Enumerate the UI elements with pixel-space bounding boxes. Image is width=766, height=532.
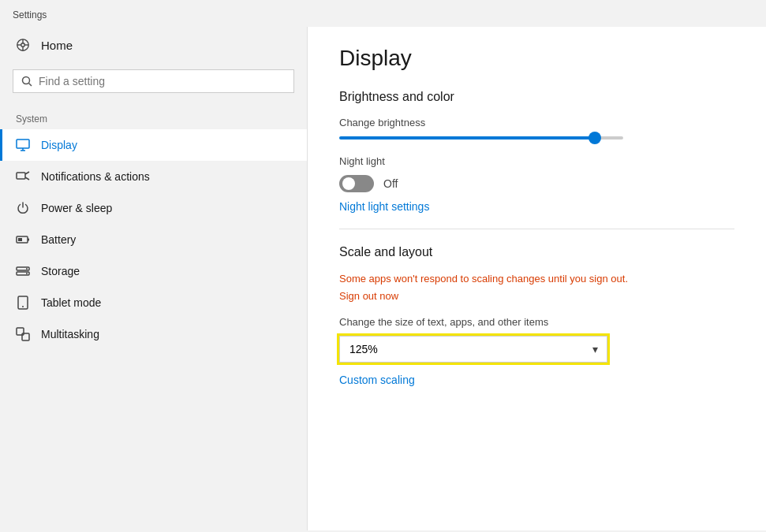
svg-rect-16 bbox=[18, 238, 22, 241]
sidebar-item-battery[interactable]: Battery bbox=[0, 224, 307, 255]
sidebar-item-notifications[interactable]: Notifications & actions bbox=[0, 161, 307, 192]
power-icon bbox=[16, 201, 30, 215]
system-section-label: System bbox=[0, 106, 307, 129]
display-icon bbox=[16, 138, 30, 152]
search-icon bbox=[21, 76, 32, 87]
sidebar-item-multitasking[interactable]: Multitasking bbox=[0, 318, 307, 350]
svg-line-7 bbox=[29, 84, 32, 87]
section-divider bbox=[339, 229, 734, 229]
app-title: Settings bbox=[0, 0, 766, 27]
custom-scaling-link[interactable]: Custom scaling bbox=[339, 374, 415, 386]
brightness-label: Change brightness bbox=[339, 117, 734, 128]
night-light-settings-link[interactable]: Night light settings bbox=[339, 200, 429, 213]
sidebar-item-notifications-label: Notifications & actions bbox=[41, 170, 150, 183]
scaling-warning-text: Some apps won't respond to scaling chang… bbox=[339, 272, 734, 286]
battery-icon bbox=[16, 233, 30, 247]
svg-rect-8 bbox=[17, 140, 29, 148]
scale-dropdown-wrapper[interactable]: 100% 125% 150% 175% bbox=[339, 336, 607, 363]
sidebar-item-display[interactable]: Display bbox=[0, 129, 307, 161]
night-light-state: Off bbox=[383, 177, 398, 190]
notifications-icon bbox=[16, 169, 30, 184]
sidebar: Home System Display bbox=[0, 27, 308, 530]
scale-dropdown[interactable]: 100% 125% 150% 175% bbox=[339, 336, 607, 363]
sign-out-link[interactable]: Sign out now bbox=[339, 290, 398, 302]
night-light-label: Night light bbox=[339, 155, 734, 167]
brightness-slider-container[interactable] bbox=[339, 136, 734, 140]
sidebar-home[interactable]: Home bbox=[0, 27, 307, 63]
page-title: Display bbox=[339, 46, 734, 71]
night-light-section: Night light Off Night light settings bbox=[339, 155, 734, 213]
multitasking-icon bbox=[16, 327, 30, 341]
storage-icon bbox=[16, 264, 30, 278]
size-label: Change the size of text, apps, and other… bbox=[339, 316, 734, 328]
svg-point-22 bbox=[22, 306, 24, 307]
brightness-slider-thumb[interactable] bbox=[589, 132, 601, 144]
sidebar-item-storage[interactable]: Storage bbox=[0, 255, 307, 287]
svg-rect-11 bbox=[17, 173, 25, 179]
size-label-container: Change the size of text, apps, and other… bbox=[339, 316, 734, 328]
scale-section: Scale and layout Some apps won't respond… bbox=[339, 245, 734, 386]
svg-line-12 bbox=[25, 172, 29, 174]
svg-point-1 bbox=[21, 43, 25, 47]
custom-scaling-container: Custom scaling bbox=[339, 374, 734, 386]
tablet-icon bbox=[16, 296, 30, 310]
sidebar-item-battery-label: Battery bbox=[41, 233, 76, 246]
search-input[interactable] bbox=[39, 75, 286, 87]
search-box[interactable] bbox=[13, 69, 294, 93]
sidebar-item-power-label: Power & sleep bbox=[41, 202, 112, 214]
svg-point-6 bbox=[23, 77, 30, 84]
night-light-toggle[interactable] bbox=[339, 175, 374, 192]
svg-point-19 bbox=[26, 268, 28, 270]
svg-line-13 bbox=[25, 177, 29, 180]
sidebar-item-storage-label: Storage bbox=[41, 265, 80, 277]
sidebar-item-multitasking-label: Multitasking bbox=[41, 328, 99, 340]
sidebar-item-power[interactable]: Power & sleep bbox=[0, 192, 307, 224]
night-light-row: Off bbox=[339, 175, 734, 192]
main-content: Display Brightness and color Change brig… bbox=[308, 27, 766, 530]
brightness-heading: Brightness and color bbox=[339, 90, 734, 104]
svg-point-20 bbox=[26, 273, 28, 274]
svg-rect-15 bbox=[28, 239, 29, 241]
night-light-toggle-thumb bbox=[342, 177, 355, 190]
scale-heading: Scale and layout bbox=[339, 245, 734, 259]
brightness-section: Brightness and color Change brightness bbox=[339, 90, 734, 140]
sidebar-item-tablet[interactable]: Tablet mode bbox=[0, 287, 307, 318]
home-icon bbox=[16, 38, 30, 52]
sidebar-home-label: Home bbox=[41, 39, 73, 52]
sidebar-item-display-label: Display bbox=[41, 139, 77, 151]
sidebar-item-tablet-label: Tablet mode bbox=[41, 296, 101, 309]
brightness-slider-track[interactable] bbox=[339, 136, 623, 140]
